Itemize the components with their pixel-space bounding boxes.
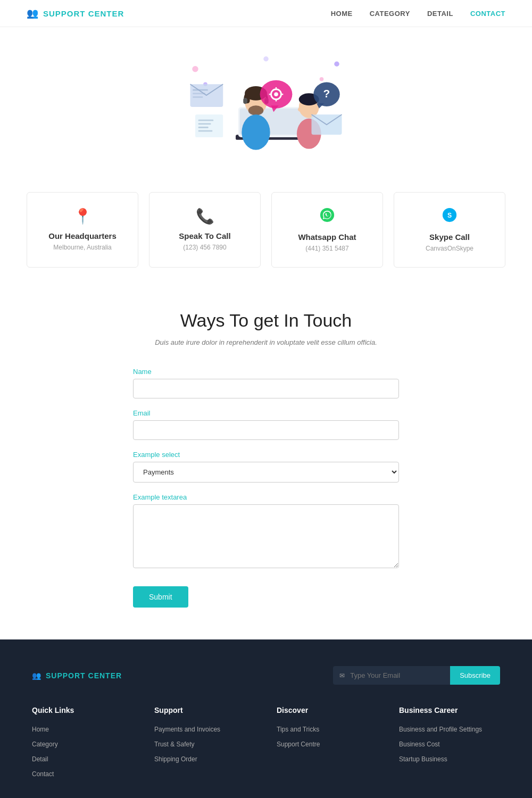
subscribe-form: ✉ Subscribe: [333, 666, 500, 685]
footer-support: Support Payments and Invoices Trust & Sa…: [154, 706, 255, 784]
nav-home[interactable]: HOME: [331, 10, 353, 18]
svg-rect-36: [198, 120, 214, 121]
footer-quick-links-heading: Quick Links: [32, 706, 133, 714]
select-group: Example select Payments Support Billing …: [133, 451, 399, 483]
svg-rect-39: [198, 130, 213, 132]
nav-contact[interactable]: CONTACT: [470, 10, 505, 18]
footer-business: Business Career Business and Profile Set…: [399, 706, 500, 784]
footer-link-home[interactable]: Home: [32, 726, 49, 733]
card-call: 📞 Speak To Call (123) 456 7890: [149, 192, 261, 268]
footer-link-startup[interactable]: Startup Business: [399, 755, 447, 763]
card-whatsapp-sub: (441) 351 5487: [282, 245, 372, 252]
card-skype: S Skype Call CanvasOnSkype: [394, 192, 505, 268]
info-cards-section: 📍 Our Headquarters Melbourne, Australia …: [0, 176, 532, 284]
textarea-group: Example textarea: [133, 493, 399, 570]
location-icon: 📍: [38, 207, 127, 225]
card-whatsapp: Whatsapp Chat (441) 351 5487: [271, 192, 383, 268]
hero-section: ?: [0, 27, 532, 176]
svg-point-30: [298, 107, 305, 112]
svg-rect-38: [198, 127, 209, 128]
name-label: Name: [133, 368, 399, 376]
card-skype-title: Skype Call: [405, 232, 494, 242]
svg-rect-35: [195, 114, 223, 137]
svg-point-0: [192, 66, 198, 72]
email-label: Email: [133, 409, 399, 417]
footer-link-trust[interactable]: Trust & Safety: [154, 741, 195, 748]
contact-form: Name Email Example select Payments Suppo…: [133, 368, 399, 608]
footer-link-support-centre[interactable]: Support Centre: [277, 741, 320, 748]
footer-link-shipping[interactable]: Shipping Order: [154, 755, 197, 763]
contact-subtitle: Duis aute irure dolor in reprehenderit i…: [27, 338, 505, 346]
brand-icon: 👥: [27, 7, 39, 19]
footer-link-business-cost[interactable]: Business Cost: [399, 741, 440, 748]
name-input[interactable]: [133, 379, 399, 398]
email-icon: ✉: [339, 672, 345, 679]
footer-business-heading: Business Career: [399, 706, 500, 714]
footer-support-list: Payments and Invoices Trust & Safety Shi…: [154, 724, 255, 763]
hero-illustration: ?: [165, 48, 367, 165]
submit-button[interactable]: Submit: [133, 586, 188, 608]
svg-point-1: [334, 62, 339, 67]
name-group: Name: [133, 368, 399, 398]
brand-logo[interactable]: 👥 SUPPORT CENTER: [27, 7, 124, 19]
svg-point-2: [320, 77, 324, 81]
contact-section: Ways To get In Touch Duis aute irure dol…: [0, 284, 532, 639]
footer-discover-list: Tips and Tricks Support Centre: [277, 724, 378, 749]
svg-rect-37: [198, 123, 211, 124]
skype-icon: S: [405, 207, 494, 226]
card-skype-sub: CanvasOnSkype: [405, 245, 494, 252]
svg-point-22: [274, 92, 278, 96]
svg-rect-16: [243, 98, 247, 104]
footer-columns: Quick Links Home Category Detail Contact…: [32, 706, 500, 784]
svg-text:S: S: [447, 212, 452, 219]
message-textarea[interactable]: [133, 504, 399, 568]
footer-link-payments[interactable]: Payments and Invoices: [154, 726, 220, 733]
card-headquarters: 📍 Our Headquarters Melbourne, Australia: [27, 192, 138, 268]
footer-discover: Discover Tips and Tricks Support Centre: [277, 706, 378, 784]
textarea-label: Example textarea: [133, 493, 399, 501]
footer-link-tips[interactable]: Tips and Tricks: [277, 726, 319, 733]
footer-brand-icon: 👥: [32, 671, 41, 680]
svg-point-4: [263, 56, 269, 62]
select-label: Example select: [133, 451, 399, 459]
footer: 👥 SUPPORT CENTER ✉ Subscribe Quick Links…: [0, 639, 532, 798]
topic-select[interactable]: Payments Support Billing Other: [133, 462, 399, 483]
svg-point-18: [242, 114, 270, 150]
footer-quick-links-list: Home Category Detail Contact: [32, 724, 133, 778]
footer-discover-heading: Discover: [277, 706, 378, 714]
contact-heading: Ways To get In Touch: [27, 310, 505, 331]
svg-point-40: [320, 208, 334, 222]
footer-brand: 👥 SUPPORT CENTER: [32, 671, 122, 680]
footer-link-contact[interactable]: Contact: [32, 770, 54, 778]
svg-rect-8: [193, 96, 203, 98]
card-whatsapp-title: Whatsapp Chat: [282, 232, 372, 242]
phone-icon: 📞: [160, 207, 250, 225]
subscribe-button[interactable]: Subscribe: [450, 666, 500, 685]
footer-link-detail[interactable]: Detail: [32, 755, 48, 763]
svg-rect-7: [193, 93, 205, 94]
brand-name: SUPPORT CENTER: [43, 9, 124, 18]
footer-quick-links: Quick Links Home Category Detail Contact: [32, 706, 133, 784]
nav-detail[interactable]: DETAIL: [427, 10, 453, 18]
svg-text:?: ?: [323, 87, 330, 99]
card-headquarters-sub: Melbourne, Australia: [38, 244, 127, 251]
card-headquarters-title: Our Headquarters: [38, 231, 127, 240]
nav-category[interactable]: CATEGORY: [370, 10, 410, 18]
nav-links: HOME CATEGORY DETAIL CONTACT: [331, 9, 505, 18]
whatsapp-icon: [282, 207, 372, 226]
navbar: 👥 SUPPORT CENTER HOME CATEGORY DETAIL CO…: [0, 0, 532, 27]
footer-business-list: Business and Profile Settings Business C…: [399, 724, 500, 763]
card-call-title: Speak To Call: [160, 231, 250, 240]
footer-link-category[interactable]: Category: [32, 741, 58, 748]
footer-link-business-profile[interactable]: Business and Profile Settings: [399, 726, 482, 733]
footer-top: 👥 SUPPORT CENTER ✉ Subscribe: [32, 666, 500, 685]
svg-rect-6: [193, 89, 208, 91]
subscribe-input[interactable]: [333, 666, 450, 685]
email-group: Email: [133, 409, 399, 440]
footer-brand-name: SUPPORT CENTER: [46, 671, 122, 680]
svg-point-15: [248, 105, 264, 115]
card-call-sub: (123) 456 7890: [160, 244, 250, 251]
footer-support-heading: Support: [154, 706, 255, 714]
email-input[interactable]: [133, 420, 399, 440]
